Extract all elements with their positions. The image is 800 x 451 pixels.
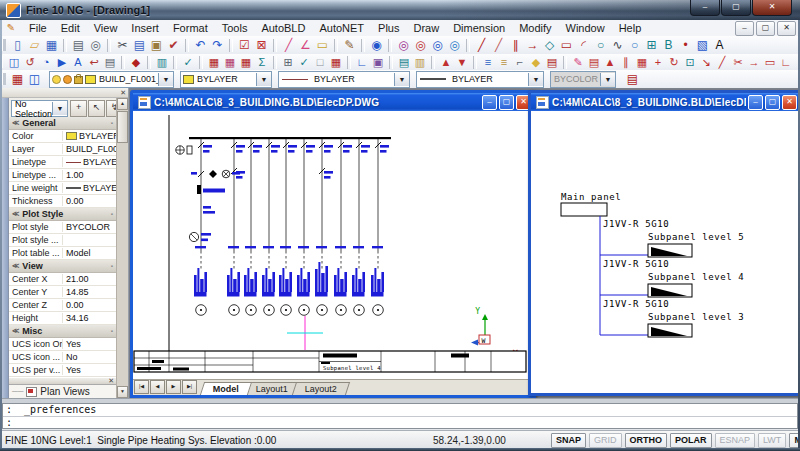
floor-down-icon[interactable]: ▼	[454, 55, 470, 70]
mdi-close-button[interactable]: ✕	[777, 21, 796, 36]
quick-select-button[interactable]: +	[70, 100, 87, 117]
view-rotate-icon[interactable]: ↺	[22, 55, 38, 70]
plan-views-item[interactable]: ── Plan Views	[9, 385, 116, 398]
grid-icon[interactable]: ⊞	[280, 55, 296, 70]
section-general[interactable]: ≪General▪	[9, 117, 116, 130]
prop-value[interactable]: BYLAYE	[63, 157, 116, 167]
toggle-snap[interactable]: SNAP	[551, 433, 586, 448]
print-preview-icon[interactable]: ◎	[87, 38, 104, 53]
distance-icon[interactable]: ╱	[280, 38, 297, 53]
check-drawing-icon[interactable]: ✓	[180, 55, 196, 70]
corner-angle-icon[interactable]: ∟	[354, 55, 370, 70]
toolbar-grip[interactable]	[2, 56, 3, 68]
prop-value[interactable]: 34.16	[63, 313, 116, 323]
feeder-10[interactable]	[371, 139, 389, 315]
title-block[interactable]: Subpanel level 4	[134, 351, 526, 372]
polygon-icon[interactable]: ◇	[541, 38, 558, 53]
prop-value[interactable]: 21.00	[63, 274, 116, 284]
prop-value[interactable]: Yes	[63, 339, 116, 349]
hatch-icon[interactable]: ▧	[694, 38, 711, 53]
floor-plan-icon[interactable]: ▦	[238, 55, 254, 70]
mdi-minimize-button[interactable]: –	[735, 21, 754, 36]
match-properties-icon[interactable]: ✔	[165, 38, 182, 53]
point-icon[interactable]: •	[677, 38, 694, 53]
drawing-canvas-elecdp[interactable]: YW✕Subpanel level 4	[133, 111, 533, 380]
toggle-polar[interactable]: POLAR	[670, 433, 712, 448]
feeder-4[interactable]	[262, 139, 280, 315]
branch-2[interactable]: J1VV-R 5G10Subpanel level 4	[600, 259, 744, 297]
paste-icon[interactable]: ▣	[148, 38, 165, 53]
calculation-sheet-icon[interactable]: Σ	[254, 55, 270, 70]
layer-combo[interactable]: BUILD_FL001_US ▼	[49, 71, 174, 88]
chevron-down-icon[interactable]: ▼	[528, 73, 543, 86]
ellipse-icon[interactable]: ○	[626, 38, 643, 53]
tab-nav-3[interactable]: ▶|	[182, 380, 197, 394]
layer-freeze-icon[interactable]	[63, 75, 72, 84]
menu-autonet[interactable]: AutoNET	[312, 21, 371, 35]
riser-diagram[interactable]: Main panelJ1VV-R 5G10Subpanel level 5J1V…	[561, 192, 744, 337]
lineweight-combo[interactable]: BYLAYER ▼	[416, 71, 544, 88]
trim-icon[interactable]: ✂	[730, 55, 746, 70]
selection-combo[interactable]: No Selection ▼	[11, 100, 68, 117]
feeder-6[interactable]	[297, 139, 315, 315]
minimize-button[interactable]: –	[748, 95, 763, 110]
zoom-window-icon[interactable]: ◎	[395, 38, 412, 53]
menu-file[interactable]: File	[22, 21, 54, 35]
palette-scrollbar[interactable]: ▲ ▼	[116, 98, 128, 398]
doc-check-icon[interactable]: ▤	[544, 55, 560, 70]
feeder-9[interactable]	[352, 139, 370, 315]
typical-floor-icon[interactable]: ▦	[222, 55, 238, 70]
feeder-8[interactable]	[334, 139, 352, 315]
child-title-bar[interactable]: C:\4M\CALC\8_3_BUILDING.BLD\ElecDP.DWG –…	[133, 93, 533, 111]
cut-icon[interactable]: ✂	[114, 38, 131, 53]
scroll-thumb[interactable]	[117, 111, 128, 143]
floor-up-icon[interactable]: ▲	[438, 55, 454, 70]
view-3d-icon[interactable]: ◆	[128, 55, 144, 70]
tab-nav-1[interactable]: ◀	[150, 380, 165, 394]
tab-layout2[interactable]: Layout2	[292, 382, 350, 395]
sketch-icon[interactable]: ✎	[341, 38, 358, 53]
feeder-3[interactable]	[244, 139, 262, 315]
maximize-button[interactable]: ▢	[499, 95, 514, 110]
close-icon[interactable]: ✕	[120, 88, 126, 97]
palette-splitter[interactable]: ✕	[9, 377, 116, 385]
prop-value[interactable]: No	[63, 352, 116, 362]
drawing-canvas-elecdd[interactable]: Main panelJ1VV-R 5G10Subpanel level 5J1V…	[531, 111, 799, 393]
close-icon[interactable]: ✕	[108, 377, 114, 385]
feeder-2[interactable]	[227, 139, 245, 315]
section-misc[interactable]: ≪Misc▪	[9, 325, 116, 338]
rectangle-icon[interactable]: ▭	[558, 38, 575, 53]
chevron-down-icon[interactable]: ▼	[158, 73, 173, 86]
zoom-realtime-icon[interactable]: ◉	[368, 38, 385, 53]
menu-modify[interactable]: Modify	[512, 21, 558, 35]
restore-button[interactable]: ▢	[765, 95, 780, 110]
export-drawing-icon[interactable]: ▥	[154, 55, 170, 70]
spline-icon[interactable]: ∿	[609, 38, 626, 53]
color-combo[interactable]: BYLAYER ▼	[180, 71, 272, 88]
tab-model[interactable]: Model	[200, 382, 252, 395]
prop-value[interactable]: BYLAYER	[63, 131, 116, 141]
menu-tools[interactable]: Tools	[215, 21, 255, 35]
collapse-icon[interactable]: ≪	[12, 119, 19, 127]
stretch-icon[interactable]: ↘	[698, 55, 714, 70]
lengthen-icon[interactable]: ╱	[714, 55, 730, 70]
area-icon[interactable]: ▭	[314, 38, 331, 53]
panel-edit-icon[interactable]: ▣	[370, 55, 386, 70]
prop-value[interactable]: BYLAYE	[63, 183, 116, 193]
pages-icon[interactable]: ▥	[412, 55, 428, 70]
drawing-window-elecdd[interactable]: C:\4M\CALC\8_3_BUILDING.BLD\ElecDD.dwg –…	[528, 90, 800, 396]
scroll-down-icon[interactable]: ▼	[117, 386, 128, 398]
verify-icon[interactable]: ✓	[296, 55, 312, 70]
layer-previous-icon[interactable]: ▦	[9, 72, 26, 87]
prop-value[interactable]: 0.00	[63, 196, 116, 206]
menu-format[interactable]: Format	[166, 21, 215, 35]
toolbar-grip[interactable]	[2, 73, 6, 85]
array-icon[interactable]: ▦	[634, 55, 650, 70]
double-line-icon[interactable]: ∥	[507, 38, 524, 53]
prop-value[interactable]: Yes	[63, 365, 116, 375]
arc-icon[interactable]: ◜	[575, 38, 592, 53]
menu-help[interactable]: Help	[612, 21, 649, 35]
linetype-combo[interactable]: BYLAYER ▼	[278, 71, 410, 88]
toggle-lwt[interactable]: LWT	[758, 433, 786, 448]
erase-icon[interactable]: ✎	[570, 55, 586, 70]
